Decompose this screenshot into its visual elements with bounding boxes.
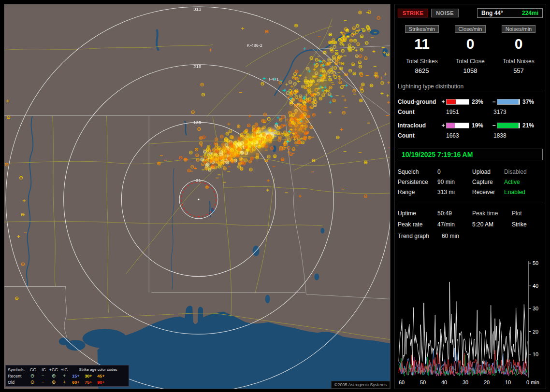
ring-label-219: 219 [193, 64, 202, 69]
svg-text:40: 40 [441, 379, 447, 385]
noises-per-min-button[interactable]: Noises/min [502, 25, 536, 33]
cg-positive-percent: 23% [469, 98, 491, 105]
sensor-position-dot [198, 198, 199, 200]
persistence-label: Persistence [398, 179, 437, 185]
noise-mode-button[interactable]: NOISE [431, 9, 459, 17]
total-strikes-value: 8625 [398, 67, 446, 74]
cloud-ground-count-row: Count 1951 3173 [398, 107, 543, 117]
noises-per-min-value: 0 [494, 36, 543, 52]
legend-col-neg-cg: -CG [27, 367, 38, 372]
legend-col-pos-ic: +IC [59, 367, 70, 372]
svg-text:50: 50 [420, 379, 426, 385]
app-root: 313 219 125 31 K-486-2 I-471 Symbols -CG… [0, 0, 550, 392]
capture-label: Capture [472, 179, 504, 185]
datetime-value: 10/19/2025 7:19:16 AM [402, 151, 473, 158]
status-settings: Squelch 0 Upload Disabled Persistence 90… [398, 167, 543, 197]
bearing-range-value: 224mi [522, 10, 538, 16]
rate-counters: Strikes/min 11 Total Strikes 8625 Close/… [398, 25, 543, 74]
legend-age-codes-old: 60+75+90+ [70, 380, 127, 385]
distribution-title: Lightning type distribution [398, 83, 543, 92]
uptime-label: Uptime [398, 210, 437, 217]
squelch-value: 0 [437, 168, 472, 175]
intracloud-count-row: Count 1663 1838 [398, 130, 543, 140]
persistence-value: 90 min [437, 179, 472, 185]
strikes-per-min-button[interactable]: Strikes/min [405, 25, 439, 33]
lightning-type-distribution: Lightning type distribution Cloud-ground… [398, 83, 543, 144]
minus-sign: − [491, 122, 497, 129]
cg-negative-percent: 37% [520, 98, 542, 105]
spacer [398, 239, 543, 257]
cg-positive-bar [446, 99, 469, 105]
plot-label: Plot [512, 210, 543, 217]
total-close-value: 1058 [446, 67, 494, 74]
receiver-value: Enabled [504, 189, 543, 196]
range-label: Range [398, 189, 437, 196]
svg-text:0 min: 0 min [526, 379, 539, 385]
plot-value: Strike [512, 221, 543, 228]
cg-positive-count: 1951 [440, 109, 488, 115]
peak-rate-label: Peak rate [398, 221, 437, 228]
cloud-ground-label: Cloud-ground [398, 98, 440, 105]
minus-sign: − [491, 98, 497, 105]
legend-age-title: Strike age color codes [70, 367, 127, 372]
svg-text:20: 20 [533, 329, 538, 335]
plus-sign: + [440, 122, 446, 129]
legend-old-symbols: ⊖−⊕+ [27, 379, 70, 385]
trend-window-value: 60 min [442, 233, 459, 239]
squelch-label: Squelch [398, 168, 437, 175]
receiver-label: Receiver [472, 189, 504, 196]
peak-time-value: 5:20 AM [472, 221, 512, 228]
trend-graph-header: Trend graph 60 min [398, 233, 543, 239]
bearing-value: Bng 44° [481, 10, 503, 16]
total-close-label: Total Close [446, 58, 494, 65]
count-label: Count [398, 132, 440, 139]
svg-text:10: 10 [505, 379, 511, 385]
range-value: 313 mi [437, 189, 472, 196]
ring-label-125: 125 [193, 120, 202, 125]
ic-negative-percent: 21% [520, 122, 542, 129]
road-label-i471: I-471 [269, 77, 279, 82]
divider [398, 203, 543, 203]
ic-positive-percent: 19% [469, 122, 491, 129]
map-panel: 313 219 125 31 K-486-2 I-471 Symbols -CG… [4, 4, 391, 389]
legend-age-codes-recent: 15+30+45+ [70, 374, 127, 378]
ic-positive-bar [446, 123, 469, 128]
legend-col-pos-cg: +CG [48, 367, 59, 372]
ic-negative-count: 1838 [488, 132, 535, 139]
bearing-readout: Bng 44° 224mi [477, 8, 543, 18]
legend-recent-symbols: ⊖−⊕+ [27, 373, 70, 379]
strike-legend: Symbols -CG -IC +CG +IC Strike age color… [5, 365, 129, 387]
total-noises-value: 557 [494, 67, 543, 74]
ring-label-31: 31 [196, 178, 202, 183]
capture-value: Active [504, 179, 543, 185]
mode-controls: STRIKE NOISE Bng 44° 224mi [398, 8, 543, 18]
legend-col-neg-ic: -IC [38, 367, 48, 372]
strikes-per-min-value: 11 [398, 36, 446, 52]
cloud-ground-row: Cloud-ground + 23% − 37% [398, 97, 543, 107]
legend-symbols-title: Symbols [8, 367, 27, 372]
svg-text:30: 30 [463, 379, 468, 385]
close-per-min-value: 0 [446, 36, 494, 52]
road-label-k486: K-486-2 [247, 43, 262, 48]
total-noises-label: Total Noises [494, 58, 543, 65]
close-per-min-button[interactable]: Close/min [455, 25, 486, 33]
strikes-per-min-counter: Strikes/min 11 Total Strikes 8625 [398, 25, 446, 74]
total-strikes-label: Total Strikes [398, 58, 446, 65]
upload-label: Upload [472, 168, 504, 175]
svg-text:30: 30 [533, 306, 538, 311]
peak-rate-value: 47/min [437, 221, 472, 228]
cg-negative-count: 3173 [488, 109, 535, 115]
uptime-value: 50:49 [437, 210, 472, 217]
svg-text:10: 10 [533, 351, 538, 357]
legend-old-label: Old [8, 380, 27, 385]
noises-per-min-counter: Noises/min 0 Total Noises 557 [494, 25, 543, 74]
strike-mode-button[interactable]: STRIKE [398, 9, 428, 17]
lightning-map[interactable]: 313 219 125 31 K-486-2 I-471 [4, 4, 390, 389]
ring-label-313: 313 [193, 6, 202, 12]
ic-positive-count: 1663 [440, 132, 488, 139]
datetime-display: 10/19/2025 7:19:16 AM [398, 149, 543, 160]
cg-negative-bar [497, 99, 520, 105]
svg-text:60: 60 [399, 379, 405, 385]
trend-graph: 50403020106050403020100 min [398, 259, 546, 387]
sidebar: STRIKE NOISE Bng 44° 224mi Strikes/min 1… [394, 4, 546, 389]
